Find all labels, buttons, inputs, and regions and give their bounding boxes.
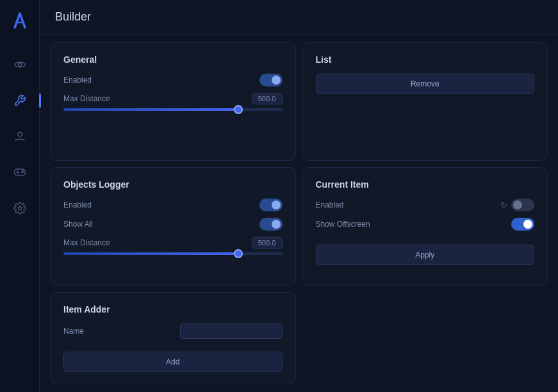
nav-items: [8, 47, 32, 392]
svg-rect-2: [14, 169, 25, 176]
general-slider-track[interactable]: [63, 108, 283, 111]
current-item-enabled-label: Enabled: [316, 200, 344, 209]
general-panel: General Enabled Max Distance 500.0: [50, 42, 296, 161]
remove-button[interactable]: Remove: [316, 74, 535, 94]
general-max-distance-label: Max Distance: [63, 94, 110, 103]
objects-logger-max-distance-row: Max Distance 500.0: [63, 237, 283, 249]
item-adder-panel: Item Adder Name Add: [50, 292, 296, 384]
item-adder-name-input[interactable]: [180, 323, 283, 339]
general-enabled-toggle[interactable]: [259, 74, 283, 86]
current-item-enabled-toggle[interactable]: [511, 199, 534, 211]
objects-logger-title: Objects Logger: [63, 179, 283, 190]
objects-logger-slider-thumb[interactable]: [234, 249, 243, 258]
apply-button[interactable]: Apply: [316, 245, 535, 265]
page-title: Builder: [55, 10, 543, 24]
general-enabled-row: Enabled: [63, 74, 283, 86]
objects-logger-max-distance-label: Max Distance: [63, 238, 110, 247]
objects-logger-max-distance-value: 500.0: [252, 237, 283, 249]
current-item-show-offscreen-toggle[interactable]: [511, 218, 534, 231]
general-title: General: [63, 54, 283, 65]
main-content: Builder General Enabled Max Distance 500…: [40, 0, 558, 392]
general-enabled-label: Enabled: [63, 76, 92, 85]
general-slider-fill: [63, 108, 238, 111]
refresh-icon[interactable]: ↻: [500, 200, 507, 210]
list-panel: List Remove: [302, 42, 548, 161]
page-header: Builder: [40, 0, 558, 35]
current-item-panel: Current Item Enabled ↻ Show Offscreen Ap…: [302, 167, 548, 286]
sidebar-item-view[interactable]: [8, 53, 32, 77]
content-grid: General Enabled Max Distance 500.0 List …: [40, 35, 558, 392]
sidebar-item-settings[interactable]: [8, 196, 32, 220]
current-item-show-offscreen-label: Show Offscreen: [316, 220, 370, 229]
general-max-distance-row: Max Distance 500.0: [63, 93, 283, 104]
objects-logger-enabled-label: Enabled: [63, 200, 92, 209]
objects-logger-showall-toggle[interactable]: [259, 218, 283, 231]
objects-logger-max-distance-section: Max Distance 500.0: [63, 237, 283, 255]
objects-logger-showall-label: Show All: [63, 220, 93, 229]
current-item-title: Current Item: [316, 179, 535, 190]
objects-logger-enabled-row: Enabled: [63, 199, 283, 211]
objects-logger-enabled-toggle[interactable]: [259, 199, 283, 211]
objects-logger-slider-fill: [63, 252, 238, 255]
add-button[interactable]: Add: [63, 352, 283, 372]
svg-point-0: [18, 63, 21, 67]
sidebar: [0, 0, 40, 392]
sidebar-item-users[interactable]: [8, 124, 32, 149]
item-adder-name-label: Name: [63, 327, 84, 336]
svg-point-5: [18, 207, 21, 210]
current-item-show-offscreen-row: Show Offscreen: [316, 218, 535, 231]
app-logo: [8, 8, 32, 32]
sidebar-item-builder[interactable]: [8, 88, 32, 113]
objects-logger-showall-row: Show All: [63, 218, 283, 231]
svg-point-1: [17, 132, 22, 136]
objects-logger-slider-track[interactable]: [63, 252, 283, 255]
general-max-distance-section: Max Distance 500.0: [63, 93, 283, 111]
general-slider-thumb[interactable]: [234, 105, 243, 114]
item-adder-title: Item Adder: [63, 304, 283, 314]
general-max-distance-value: 500.0: [252, 93, 283, 104]
current-item-enabled-row: Enabled ↻: [316, 199, 535, 211]
svg-point-4: [22, 171, 24, 172]
item-adder-name-row: Name: [63, 323, 283, 339]
current-item-enabled-right: ↻: [500, 199, 534, 211]
sidebar-item-gamepad[interactable]: [8, 160, 32, 184]
list-title: List: [316, 54, 535, 65]
objects-logger-panel: Objects Logger Enabled Show All Max Dist…: [50, 167, 296, 286]
